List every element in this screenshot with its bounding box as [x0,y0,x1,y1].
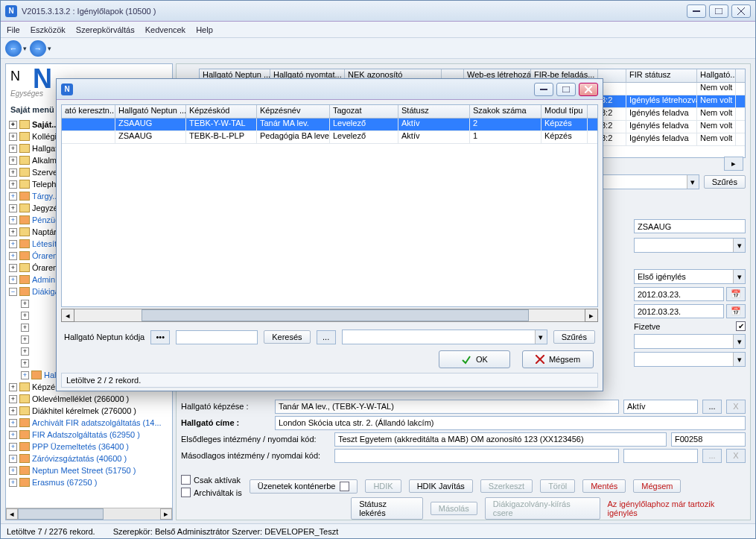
expand-icon[interactable]: + [9,204,17,212]
expand-icon[interactable]: + [9,443,17,451]
menu-eszkozok[interactable]: Eszközök [31,25,66,34]
combo-3[interactable]: ▾ [634,352,746,367]
fizetve-checkbox[interactable] [736,321,746,331]
uzenetek-checkbox[interactable] [340,482,349,491]
maximize-button[interactable] [709,4,728,18]
menu-szerepkor[interactable]: Szerepkörváltás [76,25,135,34]
dialog-minimize-button[interactable] [534,83,553,96]
masod-field[interactable] [334,449,619,463]
tree-item[interactable]: +Diákhitel kérelmek (276000 ) [7,405,172,417]
menu-file[interactable]: File [7,25,20,34]
tree-item[interactable]: +PPP Üzemeltetés (36400 ) [7,441,172,453]
expand-icon[interactable]: + [9,216,17,224]
column-header[interactable]: Képzésnév [257,105,330,118]
statusz-lekeres-button[interactable]: Státusz lekérés [351,497,423,520]
column-header[interactable]: Szakok száma [470,105,541,118]
dialog-scroll-left[interactable]: ◂ [61,309,74,322]
combo-1[interactable]: ▾ [634,238,746,253]
dialog-szures-button[interactable]: Szűrés [553,330,595,344]
nav-forward-button[interactable]: → [30,40,46,57]
menu-kedvencek[interactable]: Kedvencek [145,25,185,34]
combo-2[interactable]: ▾ [634,334,746,349]
menu-help[interactable]: Help [196,25,213,34]
dialog-cancel-button[interactable]: Mégsem [522,350,594,368]
expand-icon[interactable]: + [9,431,17,439]
date2-picker-icon[interactable]: 📅 [726,304,746,318]
table-row[interactable]: ZSAAUGTEBK-Y-W-TALTanár MA lev.LevelezőA… [62,119,597,131]
expand-icon[interactable]: + [9,180,17,189]
kiiras-csere-button[interactable]: Diákigazolvány-kiírás csere [485,497,600,520]
dialog-ok-button[interactable]: OK [439,350,510,368]
tree-hscroll[interactable]: ◂ ▸ [6,508,172,520]
scroll-right-button[interactable]: ▸ [160,508,172,520]
close-button[interactable] [731,4,751,18]
nav-back-button[interactable]: ← [5,40,22,57]
osszes-adat-button[interactable]: Összes adat [615,63,677,64]
tree-item[interactable]: +Oklevélmelléklet (266000 ) [7,393,172,405]
szerkeszt-button[interactable]: Szerkeszt [480,479,533,493]
nav-back-dropdown[interactable]: ▾ [23,45,27,52]
expand-icon[interactable]: − [9,288,17,296]
column-header[interactable]: FIR státusz [626,69,697,82]
column-header[interactable]: Modul típu [541,105,588,118]
dialog-filter-combo[interactable]: ▾ [342,330,547,344]
expand-icon[interactable]: + [9,157,17,165]
dialog-titlebar[interactable]: N [57,79,603,100]
kereses-more-button[interactable]: ... [317,330,336,344]
dialog-maximize-button[interactable] [556,83,576,96]
expand-icon[interactable]: + [9,121,17,129]
column-header[interactable]: ató keresztn... [62,105,115,118]
neptun-kod-mask-button[interactable]: ••• [150,330,170,344]
dialog-hscroll[interactable]: ◂ ▸ [61,309,598,322]
column-header[interactable]: Státusz [398,105,470,118]
expand-icon[interactable]: + [9,228,17,236]
chevron-down-icon[interactable]: ▾ [687,175,699,189]
megsem-button[interactable]: Mégsem [633,479,681,493]
expand-icon[interactable]: + [21,300,29,308]
masod-code-field[interactable] [623,449,698,463]
column-header[interactable]: Képzéskód [186,105,257,118]
date2-field[interactable]: 2012.03.23. [634,304,724,318]
kereses-button[interactable]: Keresés [264,330,310,344]
expand-icon[interactable]: + [9,479,17,487]
expand-icon[interactable]: + [21,347,29,356]
expand-icon[interactable]: + [9,467,17,475]
mentes-button[interactable]: Mentés [582,479,626,493]
hdik-javitas-button[interactable]: HDIK Javítás [409,479,473,493]
dialog-grid[interactable]: ató keresztn...Hallgató Neptun ...Képzés… [61,104,598,307]
expand-icon[interactable]: + [21,371,29,379]
uzenetek-button[interactable]: Üzenetek konténerbe [250,479,358,494]
kepzes-browse-button[interactable]: ... [702,400,722,414]
frissites-button[interactable]: Frissítés [682,63,729,64]
expand-icon[interactable]: + [9,168,17,177]
minimize-button[interactable] [687,4,706,18]
hdik-button[interactable]: HDIK [365,479,401,493]
expand-icon[interactable]: + [9,192,17,201]
expand-icon[interactable]: + [9,395,17,403]
tree-item[interactable]: +FIR Adatszolgáltatás (62950 ) [7,429,172,441]
expand-icon[interactable]: + [9,240,17,248]
expand-icon[interactable]: + [9,264,17,272]
tree-item[interactable]: +Erasmus (67250 ) [7,476,172,488]
tree-item[interactable]: +Archivált FIR adatszolgáltatás (14... [7,417,172,429]
column-header[interactable]: Hallgató... [697,69,736,82]
tree-item[interactable]: +Neptun Meet Street (51750 ) [7,464,172,476]
chevron-down-icon[interactable]: ▾ [535,330,547,344]
expand-icon[interactable]: + [9,145,17,153]
scroll-left-button[interactable]: ◂ [6,508,18,520]
expand-icon[interactable]: + [21,359,29,368]
dialog-close-button[interactable] [579,83,598,96]
szures-button[interactable]: Szűrés [704,175,746,189]
date1-picker-icon[interactable]: 📅 [726,287,746,301]
expand-icon[interactable]: + [9,455,17,463]
neptun-kod-input[interactable] [176,330,258,344]
combo-elso-igenyles[interactable]: Első igénylés▾ [634,269,746,284]
nav-forward-dropdown[interactable]: ▾ [48,45,51,52]
torol-button[interactable]: Töröl [540,479,575,493]
table-row[interactable]: ZSAAUGTEBK-B-L-PLPPedagógia BA levelLeve… [62,131,597,144]
csak-aktivak-checkbox[interactable] [181,475,191,485]
expand-icon[interactable]: + [9,419,17,427]
archivaltak-checkbox[interactable] [181,488,191,497]
column-header[interactable]: Hallgató Neptun ... [115,105,186,118]
expand-icon[interactable]: + [21,335,29,344]
